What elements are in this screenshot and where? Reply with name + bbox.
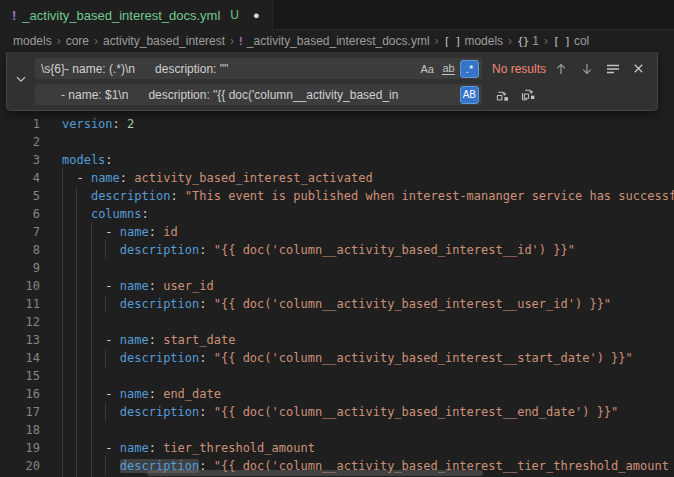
regex-toggle[interactable]: .* [460, 60, 479, 78]
replace-all-icon [521, 87, 536, 102]
code-token: "{{ doc('column__activity_based_interest… [214, 405, 619, 419]
tab-bar: ! _activity_based_interest_docs.yml U ● [0, 0, 674, 30]
breadcrumb-item-models[interactable]: models [13, 34, 52, 48]
tab-yaml-file[interactable]: ! _activity_based_interest_docs.yml U ● [0, 0, 273, 30]
find-in-selection-icon [605, 61, 621, 77]
line-number: 11 [0, 295, 40, 313]
object-symbol-icon: {} [517, 35, 528, 48]
code-token: : [170, 189, 184, 203]
code-token [62, 351, 120, 365]
code-token: description [120, 297, 199, 311]
array-symbol-icon: [ ] [553, 35, 570, 48]
close-icon [631, 61, 646, 76]
code-token: columns [91, 207, 142, 221]
breadcrumb-item-1[interactable]: {}1 [517, 34, 539, 48]
breadcrumb-item-core[interactable]: core [66, 34, 89, 48]
breadcrumb-item-col[interactable]: [ ]col [553, 34, 589, 48]
editor[interactable]: 1234567891011121314151617181920 version:… [0, 52, 674, 477]
code-token: description [91, 189, 170, 203]
find-in-selection-button[interactable] [602, 58, 623, 79]
previous-match-button[interactable] [550, 58, 571, 79]
breadcrumb-label: core [66, 34, 89, 48]
code-token: name [91, 171, 120, 185]
code-token: activity_based_interest_activated [134, 171, 372, 185]
code-line-17[interactable]: description: "{{ doc('column__activity_b… [62, 403, 674, 421]
yaml-symbol-icon: ! [239, 35, 243, 47]
code-line-3[interactable]: models: [62, 151, 674, 169]
code-line-8[interactable]: description: "{{ doc('column__activity_b… [62, 241, 674, 259]
code-token: : [199, 351, 213, 365]
breadcrumb-label: 1 [532, 34, 539, 48]
line-number: 12 [0, 313, 40, 331]
code-token: 2 [127, 117, 134, 131]
whole-word-toggle[interactable]: ab [439, 60, 458, 78]
breadcrumb-item-models[interactable]: [ ]models [444, 34, 504, 48]
close-find-widget-button[interactable] [628, 58, 649, 79]
preserve-case-toggle[interactable]: AB [460, 86, 479, 104]
code-line-18[interactable] [62, 421, 674, 439]
code-token: - [62, 441, 120, 455]
code-line-19[interactable]: - name: tier_threshold_amount [62, 439, 674, 457]
code-line-16[interactable]: - name: end_date [62, 385, 674, 403]
match-case-toggle[interactable]: Aa [418, 60, 437, 78]
code-token: : [149, 279, 163, 293]
code-line-2[interactable] [62, 133, 674, 151]
line-number: 3 [0, 151, 40, 169]
code-line-12[interactable] [62, 313, 674, 331]
arrow-down-icon [579, 61, 595, 77]
line-number: 6 [0, 205, 40, 223]
code-token: : [149, 387, 163, 401]
line-number: 10 [0, 277, 40, 295]
replace-all-button[interactable] [518, 84, 539, 105]
arrow-up-icon [553, 61, 569, 77]
code-token: - [62, 387, 120, 401]
code-line-7[interactable]: - name: id [62, 223, 674, 241]
replace-row: AB [35, 84, 649, 105]
breadcrumb-item-_activity_based_interest_docs.yml[interactable]: !_activity_based_interest_docs.yml [239, 34, 429, 48]
editor-gutter: 1234567891011121314151617181920 [0, 115, 40, 475]
code-token: : [113, 117, 127, 131]
breadcrumb-separator-icon: › [57, 34, 61, 48]
horizontal-scrollbar-thumb[interactable] [147, 470, 483, 476]
code-line-10[interactable]: - name: user_id [62, 277, 674, 295]
find-input[interactable] [35, 58, 482, 79]
code-token: - [62, 333, 120, 347]
code-line-6[interactable]: columns: [62, 205, 674, 223]
breadcrumb-item-activity_based_interest[interactable]: activity_based_interest [103, 34, 225, 48]
code-line-1[interactable]: version: 2 [62, 115, 674, 133]
code-token [62, 189, 91, 203]
toggle-replace-button[interactable] [7, 52, 35, 110]
replace-input[interactable] [35, 84, 482, 105]
line-number: 8 [0, 241, 40, 259]
next-match-button[interactable] [576, 58, 597, 79]
breadcrumb-separator-icon: › [435, 34, 439, 48]
editor-content[interactable]: version: 2models: - name: activity_based… [62, 115, 674, 475]
code-token: - [62, 279, 120, 293]
line-number: 7 [0, 223, 40, 241]
code-token: id [163, 225, 177, 239]
modified-dot-icon[interactable]: ● [253, 10, 260, 21]
breadcrumb-label: models [13, 34, 52, 48]
code-token: name [120, 225, 149, 239]
replace-icon [495, 87, 510, 102]
line-number: 4 [0, 169, 40, 187]
breadcrumb-separator-icon: › [94, 34, 98, 48]
code-line-13[interactable]: - name: start_date [62, 331, 674, 349]
code-line-14[interactable]: description: "{{ doc('column__activity_b… [62, 349, 674, 367]
code-token: end_date [163, 387, 221, 401]
code-line-15[interactable] [62, 367, 674, 385]
code-line-5[interactable]: description: "This event is published wh… [62, 187, 674, 205]
breadcrumb: models›core›activity_based_interest›!_ac… [0, 30, 674, 52]
breadcrumb-label: models [464, 34, 503, 48]
code-line-4[interactable]: - name: activity_based_interest_activate… [62, 169, 674, 187]
code-line-9[interactable] [62, 259, 674, 277]
code-token: name [120, 279, 149, 293]
code-line-11[interactable]: description: "{{ doc('column__activity_b… [62, 295, 674, 313]
replace-button[interactable] [492, 84, 513, 105]
code-token: description [120, 405, 199, 419]
code-token [62, 459, 120, 473]
code-token: start_date [163, 333, 235, 347]
code-token [62, 243, 120, 257]
breadcrumb-separator-icon: › [544, 34, 548, 48]
line-number: 5 [0, 187, 40, 205]
